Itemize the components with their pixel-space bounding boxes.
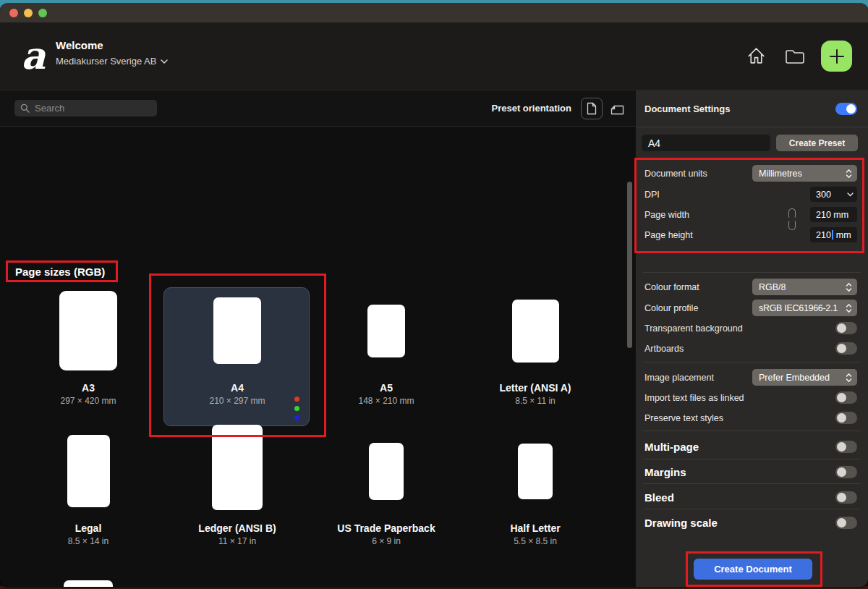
preset-name: A3 <box>82 381 95 395</box>
create-document-button[interactable]: Create Document <box>694 559 812 580</box>
presets-scrollbar[interactable] <box>627 182 632 348</box>
page-height-label: Page height <box>644 230 693 240</box>
colour-format-value: RGB/8 <box>759 282 786 292</box>
open-file-button[interactable] <box>783 43 807 68</box>
stepper-icon <box>846 373 852 383</box>
new-document-button[interactable] <box>821 41 852 72</box>
preset-name: Letter (ANSI A) <box>499 381 571 395</box>
page-height-value: 210 <box>816 230 831 240</box>
dpi-input[interactable]: 300 <box>810 187 857 202</box>
preset-tile-a4-selected[interactable]: A4 210 × 297 mm <box>163 273 312 412</box>
minimize-window-button[interactable] <box>24 9 33 17</box>
drawing-scale-toggle[interactable] <box>835 517 857 529</box>
multi-page-toggle[interactable] <box>835 441 857 453</box>
chevron-down-icon <box>847 192 854 197</box>
preset-tile-ledger[interactable]: Ledger (ANSI B) 11 × 17 in <box>163 413 312 552</box>
transparent-background-label: Transparent background <box>644 323 743 334</box>
dpi-value: 300 <box>816 190 831 200</box>
panel-divider <box>643 272 861 273</box>
page-title: Welcome <box>56 39 103 51</box>
header: a Welcome Mediakurser Sverige AB <box>0 22 868 90</box>
stepper-icon <box>846 169 852 179</box>
account-name: Mediakurser Sverige AB <box>56 56 156 67</box>
preset-dims: 148 × 210 mm <box>358 395 414 407</box>
zoom-window-button[interactable] <box>38 9 47 17</box>
home-icon <box>746 46 766 66</box>
page-width-input[interactable]: 210 mm <box>810 207 857 222</box>
search-icon <box>20 103 30 113</box>
drawing-scale-label: Drawing scale <box>644 517 718 529</box>
portrait-page-icon <box>587 102 597 115</box>
home-button[interactable] <box>744 43 768 68</box>
preset-tile-oversize-magazine[interactable]: Oversize Magazine 9 × 12 in <box>14 555 163 587</box>
preset-tile-us-trade-paperback[interactable]: US Trade Paperback 6 × 9 in <box>312 413 461 552</box>
stepper-icon <box>846 282 852 292</box>
search-input[interactable] <box>35 103 162 114</box>
preset-tile-letter[interactable]: Letter (ANSI A) 8.5 × 11 in <box>461 273 610 412</box>
preset-name: A5 <box>380 381 393 395</box>
search-field[interactable] <box>14 100 157 116</box>
preserve-text-styles-toggle[interactable] <box>835 412 857 424</box>
dpi-label: DPI <box>644 190 660 200</box>
page-height-unit: mm <box>836 230 851 240</box>
orientation-landscape-button[interactable] <box>609 104 625 116</box>
bleed-label: Bleed <box>644 491 674 504</box>
preset-dims: 297 × 420 mm <box>60 395 116 407</box>
document-units-value: Millimetres <box>759 169 802 179</box>
presets-grid: Page sizes (RGB) A3 297 × 420 mm A4 <box>0 127 635 587</box>
preset-tile-a5[interactable]: A5 148 × 210 mm <box>312 273 461 412</box>
panel-divider <box>643 362 861 363</box>
page-thumbnail <box>213 297 261 364</box>
page-width-label: Page width <box>644 210 689 220</box>
colour-format-label: Colour format <box>644 282 699 292</box>
create-preset-button[interactable]: Create Preset <box>776 135 858 151</box>
document-units-label: Document units <box>644 169 707 179</box>
page-thumbnail <box>212 425 263 510</box>
transparent-background-toggle[interactable] <box>835 322 857 334</box>
titlebar <box>0 4 868 22</box>
panel-divider <box>643 483 861 484</box>
stepper-icon <box>846 303 852 313</box>
page-height-input[interactable]: 210mm <box>810 227 857 242</box>
link-dimensions-icon[interactable] <box>788 208 796 230</box>
colour-format-select[interactable]: RGB/8 <box>752 279 857 295</box>
colour-profile-value: sRGB IEC61966-2.1 <box>759 303 838 313</box>
document-units-select[interactable]: Millimetres <box>752 165 857 182</box>
import-text-linked-toggle[interactable] <box>835 391 857 404</box>
orientation-portrait-button[interactable] <box>581 98 603 119</box>
preset-name: Half Letter <box>510 522 560 535</box>
margins-label: Margins <box>644 466 686 478</box>
colour-profile-label: Colour profile <box>644 303 698 313</box>
colour-profile-select[interactable]: sRGB IEC61966-2.1 <box>752 300 857 316</box>
preset-tile-legal[interactable]: Legal 8.5 × 14 in <box>14 413 163 552</box>
margins-toggle[interactable] <box>835 466 857 478</box>
preserve-text-styles-label: Preserve text styles <box>644 413 723 423</box>
page-thumbnail <box>67 435 110 507</box>
document-settings-toggle[interactable] <box>835 103 857 115</box>
page-thumbnail <box>518 444 553 499</box>
preset-dims: 11 × 17 in <box>218 535 256 548</box>
preset-name: US Trade Paperback <box>337 522 435 535</box>
document-settings-title: Document Settings <box>644 103 730 114</box>
account-switcher[interactable]: Mediakurser Sverige AB <box>56 56 168 67</box>
page-thumbnail <box>59 291 117 370</box>
preset-tile-a3[interactable]: A3 297 × 420 mm <box>14 273 163 412</box>
plus-icon <box>829 48 845 64</box>
text-caret <box>832 230 833 240</box>
artboards-toggle[interactable] <box>835 342 857 355</box>
landscape-page-icon <box>610 105 624 115</box>
preset-dims: 210 × 297 mm <box>209 395 265 407</box>
preset-dims: 6 × 9 in <box>372 535 401 548</box>
bleed-toggle[interactable] <box>835 491 857 504</box>
multi-page-label: Multi-page <box>644 441 699 453</box>
page-thumbnail <box>367 305 405 357</box>
preset-tile-half-letter[interactable]: Half Letter 5.5 × 8.5 in <box>461 413 610 552</box>
panel-divider <box>643 509 861 509</box>
close-window-button[interactable] <box>9 9 18 17</box>
image-placement-select[interactable]: Prefer Embedded <box>752 369 857 386</box>
green-channel-dot <box>294 406 299 411</box>
preset-name-input[interactable]: A4 <box>642 135 770 151</box>
panel-divider <box>643 459 861 459</box>
preset-dims: 8.5 × 14 in <box>68 535 109 548</box>
page-thumbnail <box>369 443 404 500</box>
